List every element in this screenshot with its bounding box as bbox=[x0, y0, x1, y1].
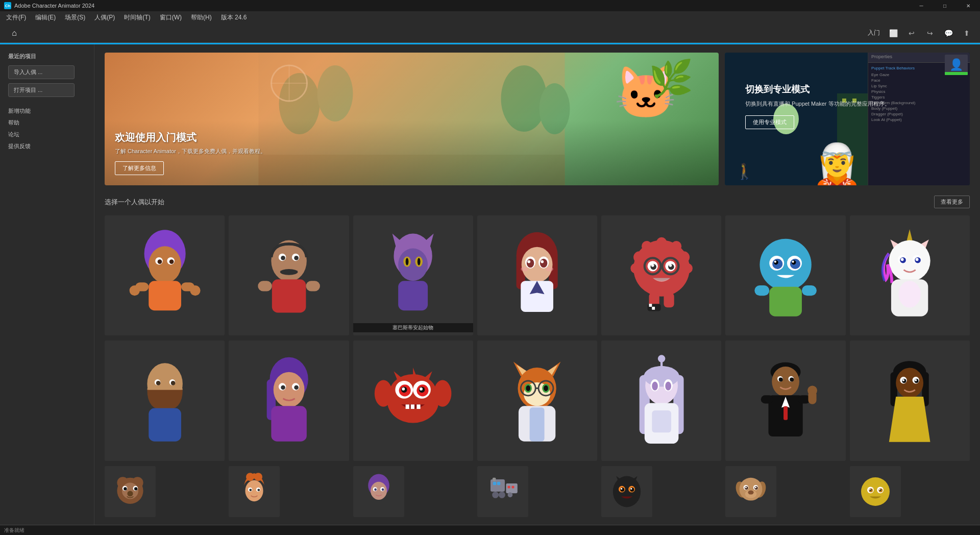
svg-point-67 bbox=[682, 263, 692, 273]
sidebar-item-new-features[interactable]: 新增功能 bbox=[8, 105, 86, 117]
titlebar: Ch Adobe Character Animator 2024 ─ □ ✕ bbox=[0, 0, 980, 11]
banners: 🐱 🌿 欢迎使用入门模式 了解 Character Animator，下载更多免… bbox=[105, 53, 970, 185]
comment-button[interactable]: 💬 bbox=[941, 26, 955, 40]
pro-mode-banner[interactable]: Properties Puppet Track Behaviors Eye Ga… bbox=[725, 53, 970, 185]
menu-file[interactable]: 文件(F) bbox=[2, 12, 30, 23]
minimize-button[interactable]: ─ bbox=[910, 0, 933, 11]
svg-point-2 bbox=[317, 65, 353, 121]
puppet-card-dog[interactable] bbox=[725, 466, 776, 517]
home-button[interactable]: ⌂ bbox=[6, 26, 22, 40]
share-button[interactable]: ⬆ bbox=[960, 26, 974, 40]
puppet-card-red-monster[interactable] bbox=[601, 215, 721, 335]
puppet-card-fox[interactable] bbox=[477, 341, 597, 460]
workspace-icon[interactable]: ⬜ bbox=[886, 26, 900, 40]
svg-rect-101 bbox=[802, 285, 817, 295]
menu-window[interactable]: 窗口(W) bbox=[156, 12, 186, 23]
import-puppet-button[interactable]: 导入人偶 ... bbox=[8, 65, 75, 79]
open-project-button[interactable]: 打开项目 ... bbox=[8, 83, 75, 97]
svg-point-126 bbox=[294, 385, 299, 390]
puppet-card-lavender-girl[interactable] bbox=[601, 341, 721, 460]
svg-point-164 bbox=[658, 355, 665, 362]
menu-puppet[interactable]: 人偶(P) bbox=[90, 12, 119, 23]
svg-point-243 bbox=[748, 490, 754, 494]
svg-rect-119 bbox=[149, 408, 181, 441]
svg-point-66 bbox=[678, 251, 690, 263]
puppet-card-purple-hair-woman[interactable] bbox=[229, 341, 349, 460]
svg-point-56 bbox=[540, 258, 547, 267]
puppet-card-golden-monster[interactable] bbox=[850, 466, 901, 517]
toolbar: ⌂ 入门 ⬜ ↩ ↪ 💬 ⬆ bbox=[0, 23, 980, 43]
svg-rect-48 bbox=[398, 281, 428, 310]
svg-point-169 bbox=[652, 381, 658, 390]
puppet-brown-anime-svg bbox=[489, 228, 585, 324]
redo-button[interactable]: ↪ bbox=[923, 26, 937, 40]
login-button[interactable]: 入门 bbox=[866, 28, 882, 38]
import-puppet-label: 导入人偶 ... bbox=[14, 68, 42, 76]
puppet-crab-svg bbox=[365, 353, 461, 449]
svg-rect-141 bbox=[406, 404, 409, 409]
puppet-card-black-creature[interactable] bbox=[601, 466, 652, 517]
svg-point-64 bbox=[633, 251, 645, 263]
sidebar-item-help[interactable]: 帮助 bbox=[8, 117, 86, 129]
maximize-button[interactable]: □ bbox=[933, 0, 957, 11]
puppet-card-bearded-man[interactable] bbox=[105, 341, 225, 460]
svg-point-204 bbox=[124, 487, 127, 490]
use-pro-button[interactable]: 使用专业模式 bbox=[745, 115, 794, 129]
svg-point-21 bbox=[149, 246, 181, 283]
puppet-card-yellow-dress[interactable] bbox=[850, 341, 970, 460]
puppet-card-blue-monster[interactable] bbox=[725, 215, 845, 335]
puppet-card-purple-cat[interactable]: 塞巴斯蒂安起始物 bbox=[353, 215, 473, 335]
puppet-card-robots[interactable] bbox=[477, 466, 528, 517]
svg-point-122 bbox=[274, 372, 305, 407]
svg-rect-39 bbox=[306, 281, 320, 291]
svg-point-219 bbox=[381, 488, 384, 491]
puppet-card-orange-hair-girl[interactable] bbox=[229, 466, 280, 517]
svg-point-29 bbox=[129, 285, 139, 295]
puppet-purple-hair-svg bbox=[241, 353, 337, 449]
menu-timeline[interactable]: 时间轴(T) bbox=[120, 12, 154, 23]
sidebar-item-forum[interactable]: 论坛 bbox=[8, 129, 86, 140]
puppet-grid-row2 bbox=[105, 341, 970, 460]
svg-rect-37 bbox=[272, 279, 306, 312]
svg-rect-38 bbox=[258, 281, 272, 291]
puppet-card-orange-girl[interactable] bbox=[105, 215, 225, 335]
svg-rect-221 bbox=[493, 477, 496, 480]
undo-button[interactable]: ↩ bbox=[904, 26, 919, 40]
svg-rect-223 bbox=[497, 481, 500, 484]
svg-point-125 bbox=[281, 385, 285, 390]
view-more-button[interactable]: 查看更多 bbox=[934, 196, 970, 208]
learn-more-button[interactable]: 了解更多信息 bbox=[115, 161, 164, 175]
svg-point-105 bbox=[889, 240, 930, 281]
menu-edit[interactable]: 编辑(E) bbox=[31, 12, 60, 23]
puppet-card-brown-anime-girl[interactable] bbox=[477, 215, 597, 335]
svg-point-218 bbox=[374, 488, 377, 491]
svg-rect-84 bbox=[652, 306, 655, 309]
puppet-card-suit-man[interactable] bbox=[725, 341, 845, 460]
svg-point-208 bbox=[254, 473, 262, 481]
sidebar-item-feedback[interactable]: 提供反馈 bbox=[8, 140, 86, 152]
svg-point-118 bbox=[170, 381, 175, 385]
menu-version: 版本 24.6 bbox=[217, 12, 251, 23]
svg-point-227 bbox=[492, 492, 499, 498]
svg-rect-100 bbox=[754, 285, 769, 295]
puppet-card-crab[interactable] bbox=[353, 341, 473, 460]
svg-point-235 bbox=[621, 488, 622, 489]
beginner-mode-banner[interactable]: 🐱 🌿 欢迎使用入门模式 了解 Character Animator，下载更多免… bbox=[105, 53, 719, 185]
puppet-card-unicorn[interactable] bbox=[850, 215, 970, 335]
menu-scene[interactable]: 场景(S) bbox=[61, 12, 89, 23]
banner-right-description: 切换到具有直播和 Puppet Maker 等功能的完整应用程序。 bbox=[745, 100, 890, 108]
svg-point-57 bbox=[528, 260, 531, 263]
close-button[interactable]: ✕ bbox=[957, 0, 980, 11]
svg-point-229 bbox=[507, 492, 512, 497]
puppet-card-bald-man[interactable] bbox=[229, 215, 349, 335]
puppet-card-bear[interactable] bbox=[105, 466, 156, 517]
svg-point-230 bbox=[613, 476, 641, 507]
main-layout: 最近的项目 导入人偶 ... 打开项目 ... 新增功能 帮助 论坛 提供反馈 bbox=[0, 44, 980, 535]
menu-help[interactable]: 帮助(H) bbox=[187, 12, 216, 23]
svg-point-117 bbox=[156, 381, 160, 385]
puppet-card-purple-girl2[interactable] bbox=[353, 466, 404, 517]
svg-point-194 bbox=[902, 379, 904, 381]
svg-rect-220 bbox=[491, 479, 505, 492]
svg-point-207 bbox=[246, 480, 263, 501]
svg-point-184 bbox=[807, 385, 817, 395]
